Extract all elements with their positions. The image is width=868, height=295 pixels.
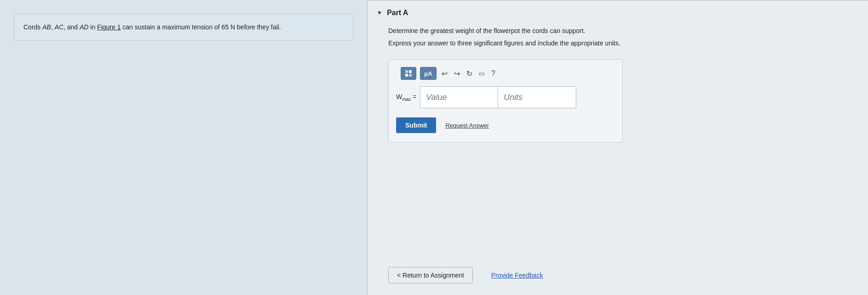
grid-button[interactable] [401, 67, 416, 80]
part-a-header: ▼ Part A [368, 0, 868, 22]
grid-cell-4 [409, 74, 412, 77]
request-answer-button[interactable]: Request Answer [445, 122, 489, 129]
grid-icon [405, 70, 412, 77]
figure-link[interactable]: Figure 1 [97, 23, 120, 31]
clear-icon[interactable]: ▭ [477, 69, 486, 78]
help-icon[interactable]: ? [490, 68, 497, 78]
question-line1: Determine the greatest weight of the flo… [388, 26, 854, 36]
bottom-row: < Return to Assignment Provide Feedback [368, 267, 868, 295]
problem-text: Cords AB, AC, and AD in Figure 1 can sus… [23, 23, 281, 31]
toolbar: μA ↩ ↪ ↻ ▭ ? [396, 67, 615, 80]
grid-cell-2 [409, 70, 412, 73]
value-input[interactable] [420, 86, 498, 108]
undo-icon[interactable]: ↩ [440, 68, 449, 79]
question-line2: Express your answer to three significant… [388, 39, 854, 48]
submit-button[interactable]: Submit [396, 117, 436, 133]
collapse-chevron-icon[interactable]: ▼ [377, 10, 382, 16]
problem-statement: Cords AB, AC, and AD in Figure 1 can sus… [14, 14, 353, 41]
equation-equals: = [413, 93, 416, 100]
problem-rest: can sustain a maximum tension of 65 N be… [121, 23, 281, 31]
provide-feedback-button[interactable]: Provide Feedback [491, 272, 543, 279]
equation-label: Wmax = [396, 93, 416, 102]
right-panel: ▼ Part A Determine the greatest weight o… [368, 0, 868, 295]
part-content: Determine the greatest weight of the flo… [368, 22, 868, 152]
mu-button[interactable]: μA [420, 67, 437, 80]
cord-ac: AC [55, 23, 63, 31]
return-to-assignment-button[interactable]: < Return to Assignment [388, 267, 473, 284]
refresh-icon[interactable]: ↻ [465, 68, 474, 79]
equation-subscript: max [402, 96, 411, 101]
part-title: Part A [387, 9, 408, 17]
grid-cell-1 [405, 70, 408, 73]
input-row: Wmax = [396, 86, 615, 108]
grid-cell-3 [405, 74, 408, 77]
cord-ab: AB [42, 23, 51, 31]
redo-icon[interactable]: ↪ [453, 68, 461, 79]
left-panel: Cords AB, AC, and AD in Figure 1 can sus… [0, 0, 368, 295]
units-input[interactable] [498, 86, 576, 108]
action-row: Submit Request Answer [396, 117, 615, 133]
cord-ad: AD [79, 23, 88, 31]
answer-box: μA ↩ ↪ ↻ ▭ ? Wmax = Submit Request Answe… [388, 59, 623, 143]
